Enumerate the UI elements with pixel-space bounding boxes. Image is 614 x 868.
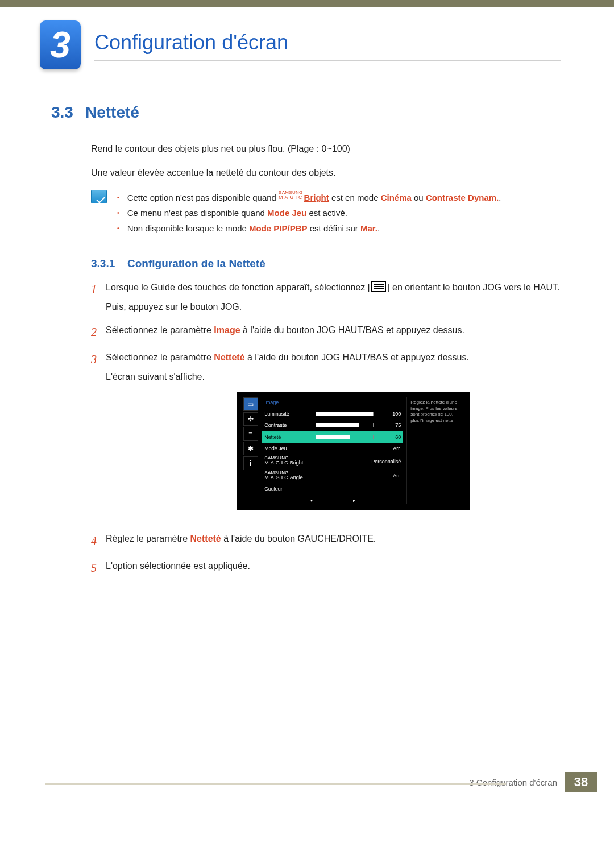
osd-value: Arr. [316, 472, 401, 480]
osd-nav-icon: ✱ [243, 442, 258, 455]
osd-value: Personnalisé [316, 458, 401, 466]
note-item: Non disponible lorsque le mode Mode PIP/… [117, 221, 501, 236]
osd-row: Luminosité100 [262, 408, 403, 420]
osd-nav-icon: ✢ [243, 412, 258, 426]
osd-value: 60 [378, 433, 401, 441]
steps-list: 1 Lorsque le Guide des touches de foncti… [91, 280, 563, 577]
osd-row: Contraste75 [262, 420, 403, 431]
page-number-badge: 38 [565, 772, 597, 792]
osd-slider [316, 423, 374, 427]
osd-row: SAMSUNGMAGICBrightPersonnalisé [262, 454, 403, 468]
osd-value: 75 [378, 421, 401, 429]
osd-slider [316, 435, 374, 439]
note-item: Cette option n'est pas disponible quand … [117, 190, 501, 205]
section-heading: 3.3 Netteté [51, 103, 563, 122]
osd-row-label: SAMSUNGMAGICBright [264, 456, 316, 467]
osd-help-text: Réglez la netteté d'une image. Plus les … [406, 397, 464, 504]
step-item: 1 Lorsque le Guide des touches de foncti… [91, 280, 563, 314]
step-item: 4 Réglez le paramètre Netteté à l'aide d… [91, 531, 563, 550]
intro-paragraph-1: Rend le contour des objets plus net ou p… [91, 142, 563, 156]
chapter-header: 3 Configuration d'écran [40, 20, 614, 69]
page-footer: 3 Configuration d'écran 38 [0, 770, 614, 794]
step-number: 4 [91, 531, 106, 550]
chapter-title: Configuration d'écran [94, 31, 561, 61]
step-number: 3 [91, 350, 106, 522]
section-title: Netteté [85, 103, 139, 122]
chapter-number-badge: 3 [40, 20, 81, 69]
step-item: 3 Sélectionnez le paramètre Netteté à l'… [91, 350, 563, 522]
subsection-heading: 3.3.1 Configuration de la Netteté [91, 258, 563, 270]
top-accent-bar [0, 0, 614, 7]
footer-chapter-label: 3 Configuration d'écran [469, 778, 557, 787]
osd-row-label: Couleur [264, 485, 316, 493]
osd-row: SAMSUNGMAGICAngleArr. [262, 469, 403, 483]
note-callout: Cette option n'est pas disponible quand … [91, 190, 563, 236]
osd-row: Couleur [262, 483, 403, 495]
osd-nav: ▭ ✢ ≡ ✱ i [242, 397, 259, 504]
section-number: 3.3 [51, 103, 85, 122]
osd-screenshot: ▭ ✢ ≡ ✱ i Image Luminosité100Contraste75… [237, 392, 470, 510]
osd-nav-icon: i [243, 456, 258, 470]
note-icon [91, 190, 107, 203]
step-number: 5 [91, 559, 106, 577]
osd-row-label: Luminosité [264, 410, 316, 418]
osd-nav-icon: ▭ [243, 397, 258, 411]
osd-row-label: Contraste [264, 421, 316, 429]
subsection-number: 3.3.1 [91, 258, 127, 270]
step-number: 2 [91, 323, 106, 341]
osd-row: Netteté60 [262, 431, 403, 443]
note-item: Ce menu n'est pas disponible quand Mode … [117, 205, 501, 221]
menu-icon [371, 281, 386, 292]
subsection-title: Configuration de la Netteté [127, 258, 265, 270]
osd-slider [316, 412, 374, 416]
step-number: 1 [91, 280, 106, 314]
osd-panel-title: Image [262, 397, 403, 408]
intro-paragraph-2: Une valeur élevée accentue la netteté du… [91, 166, 563, 180]
osd-row-label: Netteté [264, 433, 316, 441]
osd-value: Arr. [316, 445, 401, 452]
osd-main: Image Luminosité100Contraste75Netteté60M… [259, 397, 406, 504]
osd-row: Mode JeuArr. [262, 443, 403, 454]
step-item: 5 L'option sélectionnée est appliquée. [91, 559, 563, 577]
osd-value: 100 [378, 410, 401, 418]
step-item: 2 Sélectionnez le paramètre Image à l'ai… [91, 323, 563, 341]
osd-row-label: Mode Jeu [264, 445, 316, 452]
osd-down-arrow-icon: ▾ ▸ [262, 495, 403, 505]
footer-rule [45, 783, 506, 785]
osd-row-label: SAMSUNGMAGICAngle [264, 471, 316, 481]
note-list: Cette option n'est pas disponible quand … [117, 190, 501, 236]
osd-nav-icon: ≡ [243, 427, 258, 441]
